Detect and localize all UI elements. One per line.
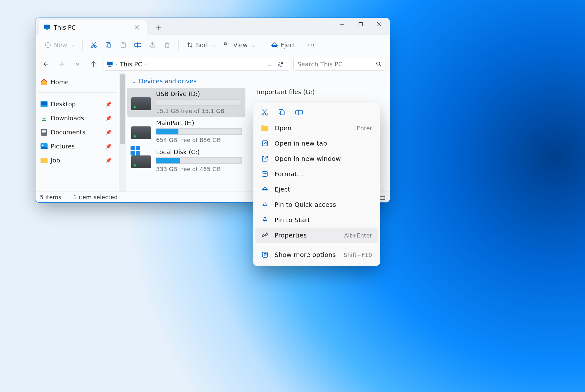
copy-button[interactable] xyxy=(102,39,115,51)
format-icon xyxy=(261,170,269,178)
scrollbar[interactable] xyxy=(119,73,126,192)
search-placeholder: Search This PC xyxy=(297,61,342,68)
context-menu-open-tab[interactable]: Open in new tab xyxy=(255,136,378,151)
close-window-button[interactable] xyxy=(370,18,388,31)
svg-point-20 xyxy=(377,62,380,65)
view-button[interactable]: View ⌄ xyxy=(221,39,259,51)
home-icon xyxy=(41,79,48,86)
pin-icon: 📌 xyxy=(105,157,112,163)
context-menu-open[interactable]: OpenEnter xyxy=(255,120,378,136)
context-menu-quick-actions xyxy=(255,106,378,120)
drive-name: Important files (G:) xyxy=(257,88,315,95)
svg-rect-33 xyxy=(296,111,303,114)
context-menu-format[interactable]: Format... xyxy=(255,166,378,182)
capacity-bar xyxy=(156,157,242,164)
sidebar-item-downloads[interactable]: Downloads 📌 xyxy=(37,111,117,125)
svg-point-14 xyxy=(311,44,312,46)
context-menu-open-window[interactable]: Open in new window xyxy=(255,151,378,166)
nav-forward-button[interactable] xyxy=(55,58,68,71)
sort-button[interactable]: Sort ⌄ xyxy=(183,39,219,51)
context-menu-more[interactable]: Show more optionsShift+F10 xyxy=(255,247,378,262)
window-controls xyxy=(333,18,388,34)
sort-icon xyxy=(186,41,193,49)
refresh-button[interactable] xyxy=(274,61,287,67)
layout-details-button[interactable] xyxy=(379,195,385,200)
scissors-icon xyxy=(90,41,97,49)
capacity-bar xyxy=(156,128,242,135)
chevron-right-icon[interactable]: › xyxy=(116,62,117,67)
svg-rect-29 xyxy=(380,195,385,200)
paste-button[interactable] xyxy=(116,39,130,51)
context-menu-pin-start[interactable]: Pin to Start xyxy=(255,212,378,228)
address-bar[interactable]: › This PC › ⌄ xyxy=(103,58,290,71)
sidebar-item-desktop[interactable]: Desktop 📌 xyxy=(37,97,117,111)
clipboard-icon xyxy=(120,41,127,49)
group-header-label: Devices and drives xyxy=(139,78,197,85)
svg-rect-32 xyxy=(281,111,284,115)
sidebar-item-label: Desktop xyxy=(51,101,76,108)
drive-name: MainPart (F:) xyxy=(156,119,242,126)
sidebar-item-home[interactable]: Home xyxy=(37,75,117,89)
drive-item[interactable]: Local Disk (C:)333 GB free of 465 GB xyxy=(127,146,245,175)
chevron-right-icon[interactable]: › xyxy=(145,62,146,67)
context-menu-divider xyxy=(258,245,375,245)
drive-name: USB Drive (D:) xyxy=(156,90,242,97)
context-menu-properties[interactable]: PropertiesAlt+Enter xyxy=(255,228,378,243)
svg-rect-12 xyxy=(224,43,226,45)
minimize-button[interactable] xyxy=(333,18,351,31)
share-button[interactable] xyxy=(146,39,159,51)
drive-item[interactable]: USB Drive (D:)15.1 GB free of 15.1 GB xyxy=(127,88,245,117)
svg-point-15 xyxy=(313,44,314,46)
sidebar-item-job[interactable]: Job 📌 xyxy=(37,153,117,167)
copy-button[interactable] xyxy=(277,108,287,117)
more-actions-button[interactable] xyxy=(304,39,318,51)
nav-back-button[interactable] xyxy=(39,58,52,71)
svg-rect-22 xyxy=(41,102,47,105)
rename-button[interactable] xyxy=(294,108,304,117)
hard-drive-icon xyxy=(131,126,151,139)
divider xyxy=(178,40,179,50)
search-box[interactable]: Search This PC xyxy=(293,58,386,71)
context-menu-shortcut: Enter xyxy=(357,125,372,132)
plus-circle-icon xyxy=(44,41,51,49)
scrollbar-thumb[interactable] xyxy=(120,74,125,144)
drive-item[interactable]: Important files (G:) xyxy=(253,86,368,98)
pin-icon xyxy=(261,216,269,224)
cut-button[interactable] xyxy=(260,108,269,117)
drive-item[interactable]: MainPart (F:)654 GB free of 886 GB xyxy=(127,117,245,146)
rename-icon xyxy=(134,41,141,49)
delete-button[interactable] xyxy=(161,39,174,51)
tab-this-pc[interactable]: This PC xyxy=(39,20,147,35)
newwin-icon xyxy=(261,155,269,162)
eject-button[interactable]: Eject xyxy=(268,39,299,51)
divider xyxy=(67,194,67,200)
tab-close-button[interactable] xyxy=(131,22,142,33)
svg-point-28 xyxy=(42,145,44,146)
pin-icon: 📌 xyxy=(105,115,112,121)
hard-drive-icon xyxy=(131,97,151,110)
drive-caption: 333 GB free of 465 GB xyxy=(156,166,242,172)
context-menu-eject[interactable]: Eject xyxy=(255,182,378,197)
new-tab-button[interactable] xyxy=(152,21,166,35)
nav-history-button[interactable] xyxy=(71,58,84,71)
svg-rect-11 xyxy=(135,43,141,47)
sidebar-item-pictures[interactable]: Pictures 📌 xyxy=(37,139,117,153)
sidebar-item-documents[interactable]: Documents 📌 xyxy=(37,125,117,139)
svg-point-35 xyxy=(262,171,268,173)
breadcrumb-this-pc[interactable]: This PC xyxy=(120,61,142,68)
rename-button[interactable] xyxy=(131,39,145,51)
nav-up-button[interactable] xyxy=(87,58,100,71)
titlebar: This PC xyxy=(35,18,390,35)
context-menu-pin-qa[interactable]: Pin to Quick access xyxy=(255,197,378,212)
sidebar-item-label: Downloads xyxy=(51,115,84,122)
command-bar: New ⌄ Sort ⌄ View ⌄ Eject xyxy=(35,35,390,55)
cut-button[interactable] xyxy=(87,39,101,51)
maximize-button[interactable] xyxy=(351,18,370,31)
address-history-button[interactable]: ⌄ xyxy=(267,61,272,68)
chevron-down-icon: ⌄ xyxy=(71,42,75,48)
svg-rect-24 xyxy=(42,130,46,131)
new-button[interactable]: New ⌄ xyxy=(41,39,78,51)
chevron-down-icon: ⌄ xyxy=(131,78,136,85)
pin-icon: 📌 xyxy=(105,129,112,135)
svg-rect-2 xyxy=(46,29,48,30)
